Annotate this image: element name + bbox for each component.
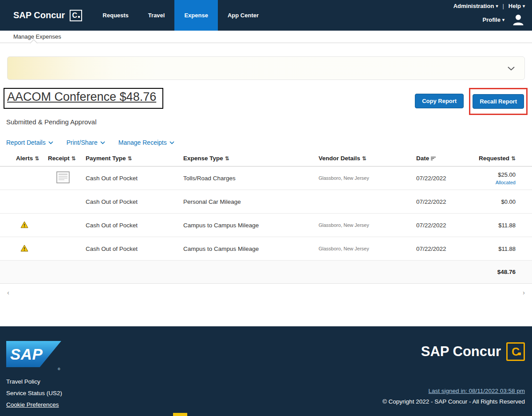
sap-concur-logo[interactable]: SAP Concur C xyxy=(0,0,93,31)
help-menu[interactable]: Help▾ xyxy=(508,3,525,9)
scroll-left-icon[interactable]: ‹ xyxy=(7,289,9,296)
report-menus: Report Details Print/Share Manage Receip… xyxy=(6,139,532,146)
scroll-right-icon[interactable]: › xyxy=(523,289,525,296)
last-signed-in-link[interactable]: Last signed in: 08/11/2022 03:58 pm xyxy=(382,388,525,394)
payment-type-cell: Cash Out of Pocket xyxy=(86,222,183,229)
page: SAP Concur C Requests Travel Expense App… xyxy=(0,0,532,416)
registered-mark: ® xyxy=(58,367,60,371)
date-cell: 07/22/2022 xyxy=(416,175,479,182)
chevron-down-icon xyxy=(48,141,53,144)
caret-down-icon: ▾ xyxy=(502,17,504,22)
divider: | xyxy=(502,3,504,9)
allocated-link[interactable]: Allocated xyxy=(479,180,516,185)
alerts-cell xyxy=(16,221,48,230)
sap-concur-footer-logo: SAP Concur C xyxy=(421,342,525,361)
warning-icon[interactable] xyxy=(20,246,28,253)
sap-logo: SAP xyxy=(6,341,61,367)
date-cell: 07/22/2022 xyxy=(416,222,479,229)
sort-icon: ⇅ xyxy=(71,155,76,162)
recall-report-button[interactable]: Recall Report xyxy=(473,94,524,109)
main-nav: Requests Travel Expense App Center xyxy=(93,0,268,31)
cookie-banner-peek xyxy=(173,413,187,416)
manage-receipts-menu[interactable]: Manage Receipts xyxy=(118,139,174,146)
sort-icon: ⇅ xyxy=(35,155,39,162)
column-header-expense-type[interactable]: Expense Type⇅ xyxy=(183,155,319,162)
top-navigation-bar: SAP Concur C Requests Travel Expense App… xyxy=(0,0,532,31)
copy-report-button[interactable]: Copy Report xyxy=(415,94,464,108)
warning-icon[interactable] xyxy=(20,223,28,230)
expense-table: Alerts⇅ Receipt⇅ Payment Type⇅ Expense T… xyxy=(0,155,532,284)
vendor-cell: Glassboro, New Jersey xyxy=(319,222,416,228)
column-header-requested[interactable]: Requested⇅ xyxy=(479,155,532,162)
sort-icon: ⇅ xyxy=(511,155,516,162)
print-share-menu[interactable]: Print/Share xyxy=(67,139,105,146)
table-row[interactable]: Cash Out of Pocket Campus to Campus Mile… xyxy=(0,237,532,261)
profile-avatar[interactable] xyxy=(512,13,525,26)
collapsed-alert-banner xyxy=(7,56,525,80)
column-header-date[interactable]: Date xyxy=(416,155,479,162)
expense-type-cell: Campus to Campus Mileage xyxy=(183,222,319,229)
payment-type-cell: Cash Out of Pocket xyxy=(86,246,183,252)
footer: SAP ® SAP Concur C Travel Policy Service… xyxy=(0,326,532,416)
table-row[interactable]: Cash Out of Pocket Personal Car Mileage … xyxy=(0,190,532,214)
report-buttons: Copy Report Recall Report xyxy=(415,88,528,115)
service-status-link[interactable]: Service Status (US2) xyxy=(6,388,62,399)
payment-type-cell: Cash Out of Pocket xyxy=(86,198,183,205)
nav-item-travel[interactable]: Travel xyxy=(138,0,175,31)
table-total-row: $48.76 xyxy=(0,261,532,284)
chevron-down-icon xyxy=(100,141,105,144)
horizontal-scrollbar: ‹ › xyxy=(0,289,532,296)
caret-down-icon: ▾ xyxy=(496,4,498,8)
sub-navigation: Manage Expenses xyxy=(0,31,532,43)
brand-text: SAP Concur xyxy=(13,10,65,20)
alerts-cell xyxy=(16,245,48,253)
requested-cell: $11.88 xyxy=(479,222,532,229)
expense-type-cell: Personal Car Mileage xyxy=(183,198,319,205)
total-requested: $48.76 xyxy=(479,269,532,275)
nav-item-expense[interactable]: Expense xyxy=(174,0,217,31)
column-header-vendor-details[interactable]: Vendor Details⇅ xyxy=(319,155,416,162)
payment-type-cell: Cash Out of Pocket xyxy=(86,175,183,182)
main-content: AACOM Conference $48.76 Copy Report Reca… xyxy=(0,43,532,326)
requested-cell: $25.00 Allocated xyxy=(479,171,532,185)
sort-icon: ⇅ xyxy=(362,155,366,162)
receipt-cell xyxy=(48,171,86,185)
requested-cell: $11.88 xyxy=(479,246,532,252)
table-row[interactable]: Cash Out of Pocket Tolls/Road Charges Gl… xyxy=(0,166,532,190)
requested-cell: $0.00 xyxy=(479,198,532,205)
expense-type-cell: Campus to Campus Mileage xyxy=(183,246,319,252)
annotation-box-black: AACOM Conference $48.76 xyxy=(4,88,163,109)
report-status: Submitted & Pending Approval xyxy=(6,118,532,126)
table-header-row: Alerts⇅ Receipt⇅ Payment Type⇅ Expense T… xyxy=(0,155,532,166)
annotation-box-red: Recall Report xyxy=(469,88,528,115)
sort-icon: ⇅ xyxy=(225,155,229,162)
report-title: AACOM Conference $48.76 xyxy=(7,90,156,104)
column-header-receipt[interactable]: Receipt⇅ xyxy=(48,155,86,162)
chevron-down-icon xyxy=(169,141,174,144)
vendor-cell: Glassboro, New Jersey xyxy=(319,246,416,251)
date-cell: 07/22/2022 xyxy=(416,246,479,252)
column-header-alerts[interactable]: Alerts⇅ xyxy=(16,155,48,162)
top-right-menu: Administration▾ | Help▾ Profile▾ xyxy=(453,3,525,26)
tab-manage-expenses[interactable]: Manage Expenses xyxy=(13,33,61,40)
administration-menu[interactable]: Administration▾ xyxy=(453,3,498,9)
copyright-text: © Copyright 2022 - SAP Concur - All Righ… xyxy=(382,398,525,405)
sort-icon: ⇅ xyxy=(128,155,132,162)
concur-c-gold-icon: C xyxy=(506,342,525,361)
vendor-cell: Glassboro, New Jersey xyxy=(319,175,416,181)
date-cell: 07/22/2022 xyxy=(416,198,479,205)
column-header-payment-type[interactable]: Payment Type⇅ xyxy=(86,155,183,162)
caret-down-icon: ▾ xyxy=(523,4,525,8)
footer-right: Last signed in: 08/11/2022 03:58 pm © Co… xyxy=(382,388,525,405)
table-row[interactable]: Cash Out of Pocket Campus to Campus Mile… xyxy=(0,214,532,237)
receipt-thumbnail[interactable] xyxy=(56,171,70,183)
concur-c-icon: C xyxy=(70,10,82,21)
cookie-preferences-link[interactable]: Cookie Preferences xyxy=(6,399,62,411)
travel-policy-link[interactable]: Travel Policy xyxy=(6,376,62,388)
report-details-menu[interactable]: Report Details xyxy=(6,139,53,146)
nav-item-requests[interactable]: Requests xyxy=(93,0,138,31)
chevron-down-icon[interactable] xyxy=(508,64,515,72)
nav-item-app-center[interactable]: App Center xyxy=(218,0,268,31)
filter-sort-icon xyxy=(431,156,436,161)
profile-menu[interactable]: Profile▾ xyxy=(483,16,505,23)
